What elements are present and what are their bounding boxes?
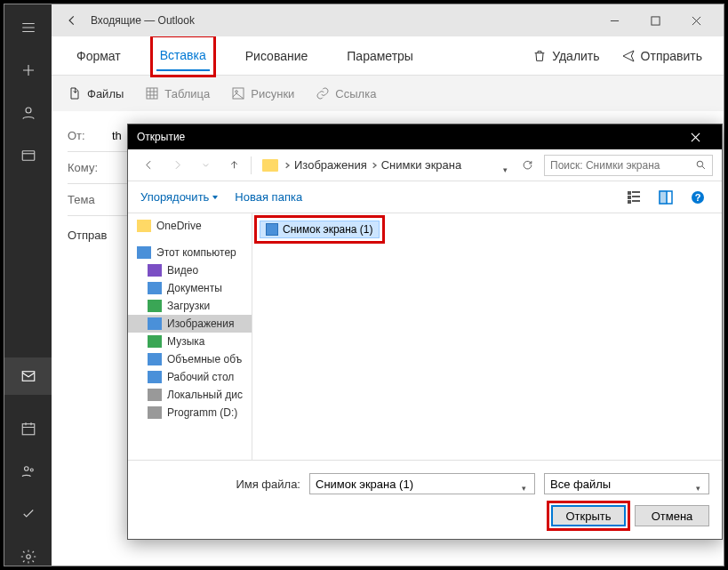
filter-dropdown[interactable]: Все файлы [544,473,709,494]
svg-point-6 [26,555,30,559]
new-folder-button[interactable]: Новая папка [235,190,302,204]
dialog-toolbar: Упорядочить Новая папка ? [128,181,722,213]
new-icon[interactable] [20,61,37,79]
filter-value: Все файлы [550,478,611,491]
svg-point-11 [697,161,703,167]
from-label: От: [68,129,112,142]
refresh-button[interactable] [516,154,539,177]
tree-thispc[interactable]: Этот компьютер [128,244,252,261]
contacts-icon[interactable] [20,462,37,480]
app-frame: Tournament Входящие — Outlook Формат Вст… [4,4,724,566]
minimize-button[interactable] [594,4,635,36]
file-screenshot-1[interactable]: Снимок экрана (1) [260,221,380,238]
todo-icon[interactable] [20,505,37,523]
breadcrumb-pictures[interactable]: Изображения [294,158,367,172]
tree-videos[interactable]: Видео [128,261,252,279]
svg-rect-2 [22,372,35,381]
dialog-title: Открытие [137,131,185,143]
maximize-button[interactable] [635,4,676,36]
breadcrumb[interactable]: Изображения Снимки экрана [262,158,510,172]
file-name: Снимок экрана (1) [283,223,373,236]
to-label: Кому: [68,161,112,174]
preview-pane-button[interactable] [654,188,677,207]
svg-rect-14 [628,200,631,204]
organize-label: Упорядочить [140,190,209,204]
tab-options[interactable]: Параметры [343,42,417,70]
tree-downloads[interactable]: Загрузки [128,297,252,315]
svg-rect-17 [632,200,640,202]
open-button[interactable]: Открыть [551,505,626,526]
delete-label: Удалить [552,49,599,63]
tree-pictures[interactable]: Изображения [128,315,252,333]
tree-desktop[interactable]: Рабочий стол [128,368,252,386]
window-title: Входящие — Outlook [91,14,195,27]
svg-rect-8 [147,88,157,99]
file-list[interactable]: Снимок экрана (1) [252,213,722,460]
tree-localdisk[interactable]: Локальный дис [128,386,252,404]
close-button[interactable] [676,4,716,36]
menu-icon[interactable] [20,19,37,36]
files-label: Файлы [87,87,124,100]
nav-recent[interactable] [194,154,217,177]
svg-rect-15 [632,191,640,193]
svg-rect-19 [660,191,667,204]
pictures-label: Рисунки [251,87,294,100]
svg-point-5 [30,469,33,471]
tree-3dobjects[interactable]: Объемные объ [128,350,252,368]
tab-draw[interactable]: Рисование [242,42,312,70]
back-button[interactable] [59,14,85,27]
pictures-tool[interactable]: Рисунки [231,86,294,100]
subject-label: Тема [68,193,112,206]
tree-programm-d[interactable]: Programm (D:) [128,404,252,421]
svg-rect-12 [628,191,631,195]
svg-point-4 [24,467,28,471]
people-icon[interactable] [20,104,37,122]
insert-toolbar: Файлы Таблица Рисунки Ссылка [52,76,724,111]
new-folder-label: Новая папка [235,190,302,204]
from-value: th [112,129,122,142]
send-label: Отправить [641,49,702,63]
browser-icon[interactable] [20,147,37,165]
filename-value: Снимок экрана (1) [316,478,413,491]
tree-onedrive[interactable]: OneDrive [128,217,252,235]
settings-icon[interactable] [20,548,37,566]
delete-button[interactable]: Удалить [532,49,599,63]
search-input[interactable] [550,159,695,172]
search-box[interactable] [544,155,713,176]
svg-point-10 [236,91,238,93]
tree-documents[interactable]: Документы [128,279,252,297]
mail-icon[interactable] [4,357,52,395]
image-file-icon [266,223,278,236]
nav-back[interactable] [137,154,160,177]
svg-rect-13 [628,196,631,199]
titlebar: Входящие — Outlook [52,4,724,36]
calendar-icon[interactable] [20,420,37,438]
dialog-close-button[interactable] [677,124,713,149]
tab-insert[interactable]: Вставка [156,41,210,71]
dialog-titlebar: Открытие [128,124,722,149]
folder-icon [262,159,278,172]
nav-forward[interactable] [165,154,188,177]
organize-menu[interactable]: Упорядочить [140,190,219,204]
table-tool[interactable]: Таблица [145,86,210,100]
link-label: Ссылка [335,87,376,100]
send-button[interactable]: Отправить [621,49,702,63]
breadcrumb-screenshots[interactable]: Снимки экрана [381,158,462,172]
svg-rect-7 [651,16,659,24]
nav-up[interactable] [222,154,245,177]
svg-rect-1 [22,151,35,161]
sidebar [4,4,52,566]
tree-music[interactable]: Музыка [128,333,252,350]
file-open-dialog: Открытие Изображения Снимки экрана [127,124,723,540]
table-label: Таблица [164,87,210,100]
help-button[interactable]: ? [686,188,709,207]
tab-format[interactable]: Формат [73,42,124,70]
filename-field[interactable]: Снимок экрана (1) [309,473,535,494]
ribbon-tabs: Формат Вставка Рисование Параметры Удали… [52,36,724,76]
cancel-button[interactable]: Отмена [635,505,709,526]
link-tool[interactable]: Ссылка [316,86,376,100]
filename-label: Имя файла: [140,478,300,491]
folder-tree[interactable]: OneDrive Этот компьютер Видео Документы … [128,213,252,460]
files-tool[interactable]: Файлы [68,86,124,100]
view-mode-button[interactable] [622,188,645,207]
